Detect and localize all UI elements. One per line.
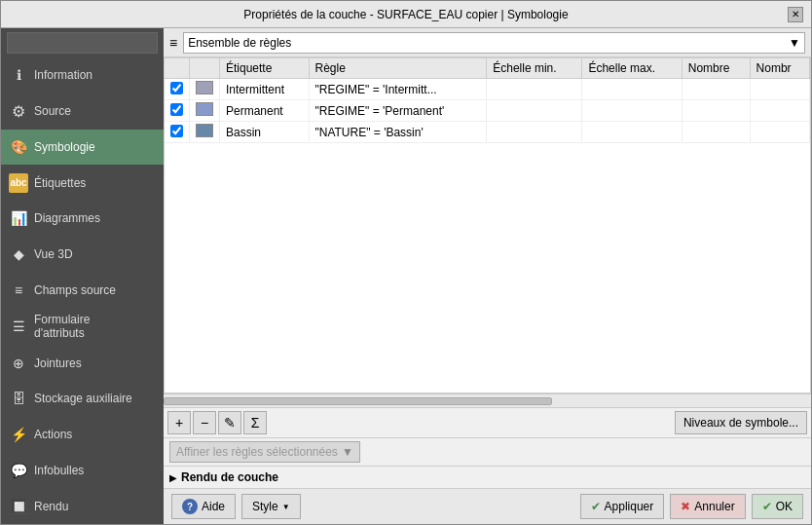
sidebar-item-infobulles[interactable]: 💬 Infobulles xyxy=(1,453,164,489)
ensemble-icon: ≡ xyxy=(169,35,177,51)
formulaire-icon: ☰ xyxy=(9,317,28,336)
actions-icon: ⚡ xyxy=(9,425,28,444)
stockage-icon: 🗄 xyxy=(9,389,28,408)
symbologie-icon: 🎨 xyxy=(9,137,28,157)
sidebar-label-jointures: Jointures xyxy=(34,356,82,370)
style-arrow-icon: ▼ xyxy=(282,503,290,511)
search-input[interactable] xyxy=(7,32,158,54)
aide-icon: ? xyxy=(182,499,198,514)
renderer-dropdown[interactable]: Ensemble de règles ▼ xyxy=(183,32,805,54)
sidebar-label-champs: Champs source xyxy=(34,283,116,297)
sidebar-item-diagrammes[interactable]: 📊 Diagrammes xyxy=(1,201,164,237)
niveaux-symbole-button[interactable]: Niveaux de symbole... xyxy=(675,411,807,434)
vue3d-icon: ◆ xyxy=(9,244,28,264)
row-label-3: Bassin xyxy=(220,122,310,143)
sigma-button[interactable]: Σ xyxy=(243,411,267,434)
sidebar-label-diagrammes: Diagrammes xyxy=(34,211,100,225)
sidebar-label-infobulles: Infobulles xyxy=(34,464,84,477)
col-check xyxy=(165,58,190,79)
row-scalemax-1 xyxy=(582,79,682,100)
remove-rule-button[interactable]: − xyxy=(193,411,216,434)
row-nombr-3 xyxy=(750,122,809,143)
ok-button[interactable]: ✔ OK xyxy=(752,494,803,519)
panel-header: ≡ Ensemble de règles ▼ xyxy=(164,28,811,57)
row-rule-1: "REGIME" = 'Intermitt... xyxy=(309,79,487,100)
sidebar-item-information[interactable]: ℹ Information xyxy=(1,57,164,94)
sidebar-item-jointures[interactable]: ⊕ Jointures xyxy=(1,345,164,381)
row-label-2: Permanent xyxy=(220,100,310,122)
col-nombr: Nombr xyxy=(750,58,809,79)
col-regle: Règle xyxy=(309,58,487,79)
style-button[interactable]: Style ▼ xyxy=(241,494,301,519)
source-icon: ⚙ xyxy=(9,101,28,121)
filter-bar: Affiner les règles sélectionnées ▼ xyxy=(164,437,811,466)
sidebar-label-symbologie: Symbologie xyxy=(34,140,95,154)
row-swatch-2 xyxy=(190,100,220,122)
sidebar-item-formulaire[interactable]: ☰ Formulaired'attributs xyxy=(1,308,164,345)
sigma-icon: Σ xyxy=(251,415,260,431)
rules-table-container: Étiquette Règle Échelle min. Échelle max… xyxy=(164,57,811,394)
row-nombr-1 xyxy=(750,79,809,100)
champs-icon: ≡ xyxy=(9,281,28,300)
col-scale-max: Échelle max. xyxy=(582,58,682,79)
aide-button[interactable]: ? Aide xyxy=(171,494,236,519)
sidebar-item-source[interactable]: ⚙ Source xyxy=(1,94,164,130)
edit-rule-button[interactable]: ✎ xyxy=(218,411,241,434)
row-nombre-3 xyxy=(682,122,750,143)
col-etiquette: Étiquette xyxy=(220,58,310,79)
sidebar-label-stockage: Stockage auxiliaire xyxy=(34,392,132,405)
right-panel: ≡ Ensemble de règles ▼ Étiquette Règle xyxy=(164,28,811,524)
close-button[interactable]: ✕ xyxy=(788,7,803,22)
row-nombre-2 xyxy=(682,100,750,122)
main-window: Propriétés de la couche - SURFACE_EAU co… xyxy=(0,0,812,525)
rendu-toggle[interactable]: ▶ xyxy=(169,472,177,483)
sidebar-item-champs[interactable]: ≡ Champs source xyxy=(1,273,164,309)
row-nombre-1 xyxy=(682,79,750,100)
sidebar-label-source: Source xyxy=(34,104,71,118)
annuler-button[interactable]: ✖ Annuler xyxy=(670,494,745,519)
table-row: Bassin "NATURE" = 'Bassin' xyxy=(165,122,810,143)
table-row: Permanent "REGIME" = 'Permanent' xyxy=(165,100,810,122)
sidebar-search-area xyxy=(1,28,164,57)
filter-dropdown[interactable]: Affiner les règles sélectionnées ▼ xyxy=(169,441,360,463)
row-nombr-2 xyxy=(750,100,809,122)
bottom-bar: ? Aide Style ▼ ✔ Appliquer ✖ Annuler ✔ xyxy=(164,488,811,524)
row-scalemin-3 xyxy=(487,122,582,143)
sidebar: ℹ Information ⚙ Source 🎨 Symbologie abc … xyxy=(1,28,164,524)
remove-icon: − xyxy=(201,415,208,431)
table-row: Intermittent "REGIME" = 'Intermitt... xyxy=(165,79,810,100)
add-rule-button[interactable]: + xyxy=(167,411,191,434)
row-scalemax-2 xyxy=(582,100,682,122)
row-scalemin-1 xyxy=(487,79,582,100)
row-scalemax-3 xyxy=(582,122,682,143)
title-bar: Propriétés de la couche - SURFACE_EAU co… xyxy=(1,1,811,28)
row-check-2[interactable] xyxy=(165,100,190,122)
main-content: ℹ Information ⚙ Source 🎨 Symbologie abc … xyxy=(1,28,811,524)
sidebar-item-etiquettes[interactable]: abc Étiquettes xyxy=(1,165,164,201)
sidebar-label-rendu: Rendu xyxy=(34,500,68,513)
sidebar-item-vue3d[interactable]: ◆ Vue 3D xyxy=(1,237,164,273)
sidebar-item-actions[interactable]: ⚡ Actions xyxy=(1,417,164,453)
sidebar-label-etiquettes: Étiquettes xyxy=(34,176,86,190)
row-scalemin-2 xyxy=(487,100,582,122)
infobulles-icon: 💬 xyxy=(9,461,28,480)
jointures-icon: ⊕ xyxy=(9,354,28,373)
add-icon: + xyxy=(175,415,183,431)
ok-check-icon: ✔ xyxy=(762,500,772,513)
window-title: Propriétés de la couche - SURFACE_EAU co… xyxy=(24,8,788,21)
row-swatch-1 xyxy=(190,79,220,100)
sidebar-item-symbologie[interactable]: 🎨 Symbologie xyxy=(1,130,164,166)
rendu-label: Rendu de couche xyxy=(181,470,278,484)
row-check-3[interactable] xyxy=(165,122,190,143)
col-scale-min: Échelle min. xyxy=(487,58,582,79)
diagrammes-icon: 📊 xyxy=(9,208,28,228)
rules-toolbar: + − ✎ Σ Niveaux de symbole... xyxy=(164,407,811,437)
row-check-1[interactable] xyxy=(165,79,190,100)
appliquer-button[interactable]: ✔ Appliquer xyxy=(580,494,665,519)
rules-table: Étiquette Règle Échelle min. Échelle max… xyxy=(165,58,810,143)
sidebar-item-stockage[interactable]: 🗄 Stockage auxiliaire xyxy=(1,381,164,417)
sidebar-label-vue3d: Vue 3D xyxy=(34,247,73,261)
horizontal-scrollbar[interactable] xyxy=(164,394,811,407)
sidebar-item-rendu[interactable]: 🔲 Rendu xyxy=(1,488,164,524)
row-rule-3: "NATURE" = 'Bassin' xyxy=(309,122,487,143)
